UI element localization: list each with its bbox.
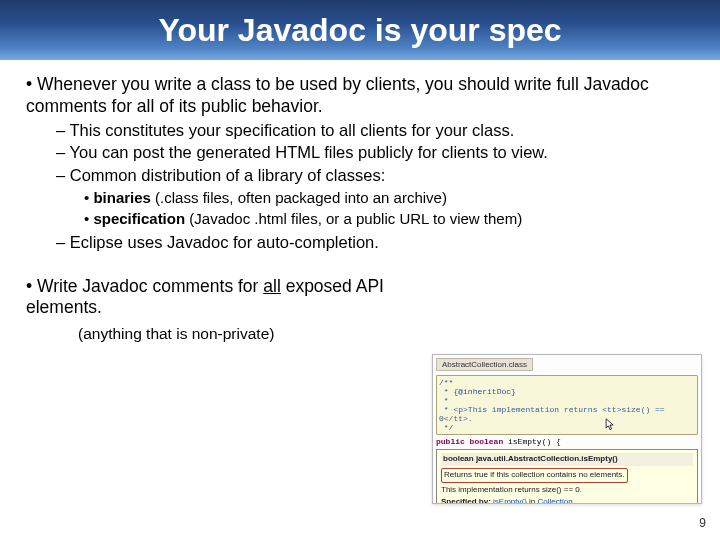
returns-highlight: Returns true if this collection contains…: [441, 468, 628, 483]
binaries-label: binaries: [93, 189, 151, 206]
ide-tab: AbstractCollection.class: [436, 358, 533, 371]
specification-label: specification: [93, 210, 185, 227]
bullet-main-1: Whenever you write a class to be used by…: [26, 74, 700, 254]
subbullet-3: Common distribution of a library of clas…: [56, 165, 700, 228]
slide-body: Whenever you write a class to be used by…: [0, 60, 720, 343]
title-bar: Your Javadoc is your spec: [0, 0, 720, 60]
subsub-2: specification (Javadoc .html files, or a…: [84, 209, 700, 229]
slide-title: Your Javadoc is your spec: [158, 12, 561, 49]
page-number: 9: [699, 516, 706, 530]
bullet-main-2: Write Javadoc comments for all exposed A…: [26, 276, 386, 320]
bullet-main-1-text: Whenever you write a class to be used by…: [26, 74, 649, 116]
subsub-1: binaries (.class files, often packaged i…: [84, 188, 700, 208]
paren-note: (anything that is non-private): [20, 325, 700, 343]
subbullet-2: You can post the generated HTML files pu…: [56, 142, 700, 163]
subbullet-4: Eclipse uses Javadoc for auto-completion…: [56, 232, 700, 253]
method-sig: public boolean isEmpty() {: [436, 437, 698, 446]
javadoc-tooltip: boolean java.util.AbstractCollection.isE…: [436, 449, 698, 504]
underlined-all: all: [263, 276, 281, 296]
javadoc-block: /** * {@inheritDoc} * * <p>This implemen…: [436, 375, 698, 435]
ide-screenshot: AbstractCollection.class /** * {@inherit…: [432, 354, 702, 504]
subbullet-1: This constitutes your specification to a…: [56, 120, 700, 141]
